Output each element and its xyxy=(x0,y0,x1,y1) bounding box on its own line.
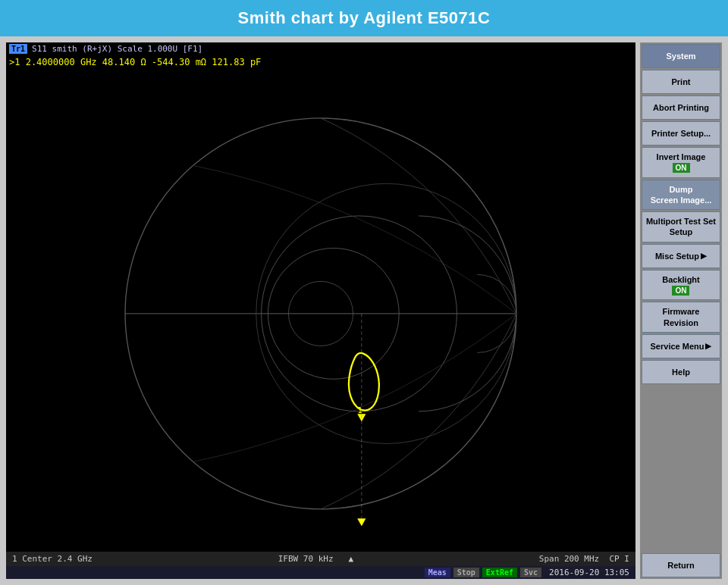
page-title: Smith chart by Agilent E5071C xyxy=(238,8,491,28)
misc-setup-button[interactable]: Misc Setup ▶ xyxy=(642,244,720,268)
dump-screen-label: DumpScreen Image... xyxy=(651,184,712,206)
datetime: 2016-09-20 13:05 xyxy=(549,568,629,577)
backlight-label: Backlight xyxy=(662,275,700,284)
misc-setup-arrow: ▶ xyxy=(701,251,707,261)
smith-chart-area: 1 xyxy=(6,70,635,552)
smith-chart-svg: 1 xyxy=(6,70,635,552)
printer-setup-button[interactable]: Printer Setup... xyxy=(642,121,720,145)
multiport-label: Multiport Test SetSetup xyxy=(646,216,716,238)
firmware-button[interactable]: FirmwareRevision xyxy=(642,302,720,333)
system-button[interactable]: System xyxy=(642,44,720,68)
main-area: Tr1 S11 smith (R+jX) Scale 1.000U [F1] >… xyxy=(0,36,728,585)
firmware-label: FirmwareRevision xyxy=(663,306,700,328)
help-button[interactable]: Help xyxy=(642,360,720,384)
badge-svc: Svc xyxy=(520,568,541,577)
chart-panel: Tr1 S11 smith (R+jX) Scale 1.000U [F1] >… xyxy=(6,42,635,579)
badge-stop: Stop xyxy=(453,568,479,577)
footer-right: Span 200 MHz CP I xyxy=(539,554,629,564)
menu-spacer xyxy=(642,386,720,552)
service-menu-label: Service Menu xyxy=(651,341,704,352)
abort-printing-button[interactable]: Abort Printing xyxy=(642,95,720,120)
print-button[interactable]: Print xyxy=(642,70,720,94)
footer-center: IFBW 70 kHz ▲ xyxy=(278,554,353,564)
chart-header-text: S11 smith (R+jX) Scale 1.000U [F1] xyxy=(32,44,202,54)
trace-label: Tr1 xyxy=(9,44,27,54)
invert-image-button[interactable]: Invert Image ON xyxy=(642,147,720,178)
backlight-button[interactable]: Backlight ON xyxy=(642,270,720,301)
right-panel: System Print Abort Printing Printer Setu… xyxy=(640,42,722,579)
invert-image-label: Invert Image xyxy=(657,152,706,161)
return-button[interactable]: Return xyxy=(642,553,720,577)
app-header: Smith chart by Agilent E5071C xyxy=(0,0,728,36)
chart-header: Tr1 S11 smith (R+jX) Scale 1.000U [F1] xyxy=(6,42,635,55)
service-menu-button[interactable]: Service Menu ▶ xyxy=(642,334,720,358)
status-bar: Meas Stop ExtRef Svc 2016-09-20 13:05 xyxy=(6,566,635,579)
badge-extref: ExtRef xyxy=(482,568,517,577)
measurement-line: >1 2.4000000 GHz 48.140 Ω -544.30 mΩ 121… xyxy=(6,55,635,70)
dump-screen-button[interactable]: DumpScreen Image... xyxy=(642,180,720,211)
invert-image-state: ON xyxy=(673,163,690,173)
service-menu-arrow: ▶ xyxy=(705,341,711,351)
chart-footer: 1 Center 2.4 GHz IFBW 70 kHz ▲ Span 200 … xyxy=(6,552,635,566)
footer-left: 1 Center 2.4 GHz xyxy=(12,554,93,564)
backlight-state: ON xyxy=(672,286,689,296)
svg-rect-0 xyxy=(6,94,635,527)
badge-meas: Meas xyxy=(425,568,450,577)
misc-setup-label: Misc Setup xyxy=(655,251,699,261)
multiport-button[interactable]: Multiport Test SetSetup xyxy=(642,211,720,242)
